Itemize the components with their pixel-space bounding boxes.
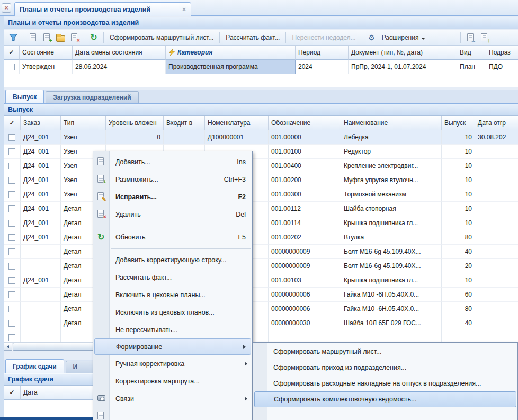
tab-grafik-sdachi[interactable]: График сдачи xyxy=(5,359,64,373)
column-header-kind[interactable]: Вид xyxy=(457,46,486,60)
open-record-button[interactable] xyxy=(53,31,67,44)
open-folder-icon xyxy=(56,35,65,42)
vypusk-row[interactable]: Детал 00000000009 Болт М16-6g 45.109.40Х… xyxy=(4,245,518,259)
tab-vypusk[interactable]: Выпуск xyxy=(5,90,44,103)
menu-item-manual-correction[interactable]: Ручная корректировка xyxy=(93,355,252,372)
column-header-department[interactable]: Подраз xyxy=(486,46,518,60)
tab-load-departments[interactable]: Загрузка подразделений xyxy=(46,91,138,103)
column-header-state[interactable]: Состояние xyxy=(20,46,73,60)
menu-item-links[interactable]: Связи xyxy=(93,390,252,407)
vypusk-row[interactable]: Детал 00000000030 Шайба 10Л 65Г 029 ГОС.… xyxy=(4,316,518,330)
export-button[interactable]: → xyxy=(463,31,477,44)
vypusk-row[interactable]: Д24_001 Детал 001.00103 Крышка подшипник… xyxy=(4,273,518,288)
cell-output: 40 xyxy=(442,245,475,259)
vypusk-row[interactable]: Детал 00000000006 Гайка М10 -6Н.05.40Х.0… xyxy=(4,302,518,316)
duplicate-record-button[interactable]: + xyxy=(40,31,53,44)
submenu-item-expense-invoices[interactable]: Сформировать расходные накладные на отпу… xyxy=(253,376,517,391)
menu-item-delete[interactable]: × Удалить Del xyxy=(93,205,252,223)
menu-item-include-shop-plans[interactable]: Включить в цеховые планы... xyxy=(93,286,252,303)
scroll-left-button[interactable] xyxy=(4,343,12,351)
row-checkbox[interactable] xyxy=(8,148,15,155)
menu-item-formation[interactable]: Формирование xyxy=(94,338,251,355)
import-button[interactable]: ↓ xyxy=(477,31,491,44)
column-header-period[interactable]: Период xyxy=(296,46,349,60)
submenu-item-route-sheet[interactable]: Сформировать маршрутный лист... xyxy=(253,344,517,360)
add-record-button[interactable] xyxy=(26,31,40,44)
column-header-parent[interactable]: Входит в xyxy=(164,116,205,130)
row-checkbox[interactable] xyxy=(8,263,15,270)
column-header-category[interactable]: Категория xyxy=(166,46,296,60)
column-header-date[interactable]: Дата xyxy=(21,386,95,400)
route-sheet-button[interactable]: Сформировать маршрутный лист... xyxy=(106,32,217,43)
row-checkbox[interactable] xyxy=(8,306,15,312)
plans-row[interactable]: Утвержден 28.06.2024 Производственная пр… xyxy=(4,60,518,74)
check-column-header[interactable]: ✓ xyxy=(4,116,21,130)
vypusk-row[interactable]: Д24_001 Узел 0 Д100000001 001.00000 Лебе… xyxy=(4,130,518,145)
vypusk-row[interactable]: Д24_001 Детал 001.00114 Крышка подшипник… xyxy=(4,216,518,230)
column-header-order[interactable]: Заказ xyxy=(21,116,61,130)
row-checkbox[interactable] xyxy=(8,248,15,255)
menu-item-partial[interactable] xyxy=(93,407,252,420)
vypusk-row[interactable]: Д24_001 Детал 001.00202 Втулка 80 xyxy=(4,230,518,245)
tab-close-icon[interactable]: × xyxy=(182,6,186,13)
cell-output: 10 xyxy=(442,145,475,159)
row-checkbox[interactable] xyxy=(8,220,15,227)
calc-fact-button[interactable]: Рассчитать факт... xyxy=(222,32,283,43)
cell-name: Шайба 10Л 65Г 029 ГОС... xyxy=(341,316,442,330)
row-checkbox[interactable] xyxy=(8,234,15,241)
row-checkbox[interactable] xyxy=(8,163,15,169)
column-header-document[interactable]: Документ (тип, №, дата) xyxy=(349,46,457,60)
column-header-ship-date[interactable]: Дата отгр xyxy=(475,116,518,130)
row-checkbox[interactable] xyxy=(8,277,15,284)
menu-item-route-correction[interactable]: Корректировка маршрута... xyxy=(93,372,252,390)
vypusk-row[interactable]: Детал 00000000006 Гайка М10 -6Н.05.40Х.0… xyxy=(4,288,518,302)
check-column-header[interactable]: ✓ xyxy=(4,386,21,400)
column-header-state-date[interactable]: Дата смены состояния xyxy=(73,46,166,60)
refresh-button[interactable]: ↻ xyxy=(87,31,101,44)
submenu-item-partial[interactable] xyxy=(253,407,517,420)
column-header-name[interactable]: Наименование xyxy=(341,116,442,130)
row-checkbox[interactable] xyxy=(8,320,15,327)
column-header-nomenclature[interactable]: Номенклатура xyxy=(205,116,269,130)
filter-button[interactable] xyxy=(6,31,20,44)
check-column-header[interactable]: ✓ xyxy=(4,46,20,60)
vypusk-row[interactable]: Детал 00000000009 Болт М16-6g 45.109.40Х… xyxy=(4,259,518,273)
vypusk-row[interactable]: Д24_001 Узел 001.00400 Крепление электро… xyxy=(4,159,518,173)
row-checkbox[interactable] xyxy=(8,334,15,341)
row-checkbox[interactable] xyxy=(8,191,15,198)
cell-order: Д24_001 xyxy=(21,145,61,159)
menu-item-edit[interactable]: ✎ Исправить... F2 xyxy=(93,188,252,205)
tab-plans-reports[interactable]: Планы и отчеты производства изделий × xyxy=(14,2,191,16)
row-checkbox[interactable] xyxy=(8,205,15,212)
menu-item-calc-fact[interactable]: Рассчитать факт... xyxy=(93,269,252,286)
cell-department: ПДО xyxy=(486,60,518,74)
row-checkbox[interactable] xyxy=(8,134,15,141)
delete-record-button[interactable]: × xyxy=(67,31,81,44)
close-all-tabs-button[interactable]: × xyxy=(2,3,11,13)
menu-item-duplicate[interactable]: + Размножить... Ctrl+F3 xyxy=(93,171,252,188)
row-checkbox[interactable] xyxy=(8,291,15,298)
menu-item-refresh[interactable]: ↻ Обновить F5 xyxy=(93,228,252,246)
submenu-item-arrival[interactable]: Сформировать приход из подразделения... xyxy=(253,360,517,376)
vypusk-row[interactable]: Д24_001 Детал 001.00112 Шайба стопорная … xyxy=(4,202,518,216)
vypusk-row[interactable]: Д24_001 Узел 001.00300 Тормозной механиз… xyxy=(4,187,518,202)
vypusk-row[interactable]: Д24_001 Узел 001.00100 Редуктор 10 xyxy=(4,145,518,159)
menu-item-add-correction-row[interactable]: Добавить корректирующую строку... xyxy=(93,251,252,269)
extensions-button[interactable]: Расширения xyxy=(379,32,429,43)
cell-type: Узел xyxy=(61,130,106,145)
vypusk-row-partial[interactable] xyxy=(4,330,518,342)
column-header-type[interactable]: Тип xyxy=(61,116,106,130)
column-header-output[interactable]: Выпуск xyxy=(442,116,475,130)
cell-name: Тормозной механизм xyxy=(341,187,442,202)
menu-item-no-recalc[interactable]: Не пересчитывать... xyxy=(93,321,252,338)
column-header-designation[interactable]: Обозначение xyxy=(269,116,341,130)
submenu-item-picking-list[interactable]: Сформировать комплектовочную ведомость..… xyxy=(254,391,516,407)
column-header-level[interactable]: Уровень вложен xyxy=(106,116,164,130)
row-checkbox[interactable] xyxy=(8,64,15,70)
vypusk-row[interactable]: Д24_001 Узел 001.00200 Муфта упругая вту… xyxy=(4,173,518,187)
menu-item-add[interactable]: Добавить... Ins xyxy=(93,153,252,171)
cell-output: 60 xyxy=(442,288,475,302)
menu-item-exclude-shop-plans[interactable]: Исключить из цеховых планов... xyxy=(93,303,252,321)
cell-name: Втулка xyxy=(341,230,442,245)
row-checkbox[interactable] xyxy=(8,177,15,184)
